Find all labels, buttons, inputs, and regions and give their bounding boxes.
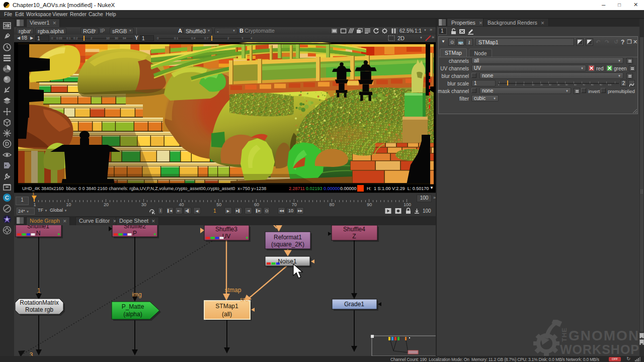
- svg-text:3: 3: [30, 351, 33, 356]
- svg-text:(alpha): (alpha): [123, 311, 142, 318]
- svg-text:Rotate rgb: Rotate rgb: [25, 306, 53, 313]
- svg-text:img: img: [132, 291, 141, 298]
- svg-text:Shuffle2: Shuffle2: [124, 225, 146, 230]
- svg-text:stmap: stmap: [225, 287, 242, 294]
- svg-text:RotationMatrix: RotationMatrix: [20, 299, 58, 306]
- svg-text:Reformat1: Reformat1: [274, 234, 302, 241]
- svg-text:N: N: [36, 230, 41, 237]
- svg-text:P_Matte: P_Matte: [122, 303, 144, 310]
- svg-text:P: P: [133, 230, 137, 237]
- svg-text:Shuffle4: Shuffle4: [343, 226, 365, 233]
- svg-text:Shuffle3: Shuffle3: [215, 226, 237, 233]
- svg-text:D: D: [5, 141, 9, 147]
- svg-text:1: 1: [37, 287, 41, 294]
- svg-text:(all): (all): [222, 311, 232, 318]
- svg-text:(square_2K): (square_2K): [271, 241, 304, 248]
- svg-text:C: C: [5, 195, 9, 201]
- svg-text:src: src: [240, 296, 248, 303]
- svg-text:STMap1: STMap1: [215, 303, 238, 310]
- svg-text:GNOMON: GNOMON: [569, 328, 639, 343]
- svg-text:THE: THE: [560, 327, 568, 342]
- svg-text:Grade1: Grade1: [344, 301, 364, 308]
- svg-text:Shuffle1: Shuffle1: [27, 225, 49, 230]
- svg-text:Z: Z: [352, 233, 356, 240]
- svg-text:Noise1: Noise1: [278, 258, 297, 265]
- svg-text:WORKSHOP: WORKSHOP: [560, 342, 639, 356]
